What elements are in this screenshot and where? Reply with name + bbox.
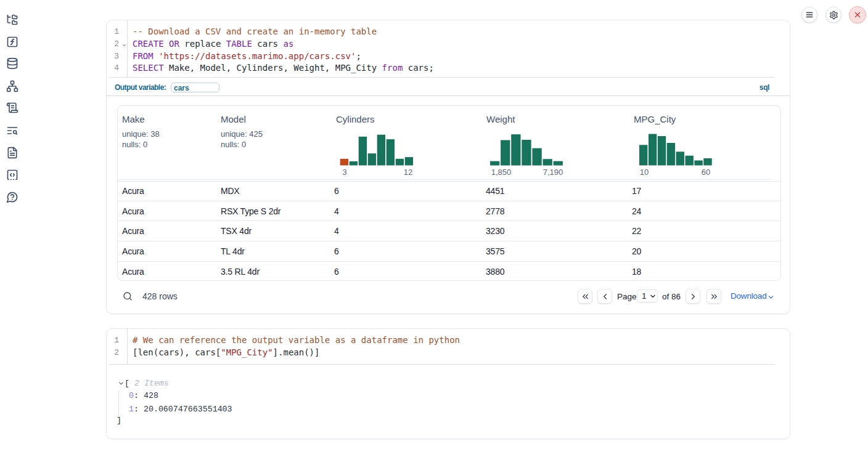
svg-text:12: 12 [404, 168, 412, 177]
svg-text:1,850: 1,850 [491, 168, 512, 177]
svg-text:60: 60 [702, 168, 710, 177]
svg-text:7,190: 7,190 [543, 168, 563, 177]
svg-text:3: 3 [342, 168, 346, 177]
svg-text:10: 10 [640, 168, 649, 177]
